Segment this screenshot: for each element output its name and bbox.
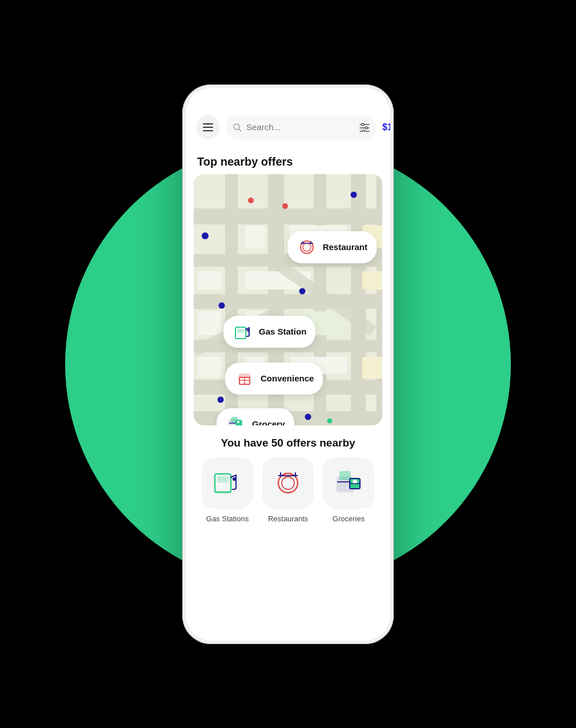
svg-point-22 (237, 421, 239, 423)
restaurant-map-icon (297, 237, 317, 258)
restaurant-map-label: Restaurant (323, 242, 367, 252)
menu-button[interactable] (196, 115, 220, 139)
category-restaurants[interactable]: Restaurants (262, 457, 314, 523)
map-label-grocery[interactable]: Grocery (217, 408, 294, 425)
map-section-title: Top nearby offers (186, 146, 390, 174)
category-groceries[interactable]: Groceries (323, 457, 374, 523)
grocery-map-icon (226, 414, 246, 425)
convenience-map-label: Convenience (261, 373, 314, 383)
gas-station-map-label: Gas Station (259, 327, 306, 336)
map-label-restaurant[interactable]: Restaurant (287, 231, 377, 263)
status-bar (186, 88, 390, 111)
offers-title: You have 50 offers nearby (186, 425, 390, 457)
balance-display: $142.25 (382, 122, 390, 132)
svg-point-28 (282, 477, 294, 489)
svg-rect-31 (340, 472, 350, 480)
map-label-gas-station[interactable]: Gas Station (223, 316, 315, 348)
svg-point-3 (362, 123, 364, 126)
categories-row: Gas Stations (186, 457, 390, 523)
search-input[interactable] (246, 122, 355, 132)
phone-frame: $142.25 Top nearby offers (182, 85, 394, 644)
svg-rect-24 (217, 476, 229, 482)
hamburger-icon (203, 123, 213, 131)
svg-point-26 (233, 477, 236, 481)
header: $142.25 (186, 111, 390, 146)
search-bar[interactable] (226, 115, 377, 139)
phone-screen: $142.25 Top nearby offers (186, 88, 390, 641)
map-container[interactable]: Gas Station Restaurant (194, 174, 382, 425)
main-content: Top nearby offers (186, 146, 390, 641)
restaurants-icon-box (262, 457, 314, 509)
gas-stations-icon-box (202, 457, 253, 509)
groceries-icon-box (323, 457, 374, 509)
restaurants-label: Restaurants (268, 514, 308, 523)
svg-line-1 (239, 129, 241, 131)
filter-icon[interactable] (359, 123, 370, 132)
grocery-map-label: Grocery (252, 419, 285, 425)
svg-point-11 (247, 329, 249, 332)
svg-point-13 (303, 243, 311, 251)
svg-point-5 (365, 127, 367, 129)
svg-point-7 (362, 130, 365, 132)
convenience-map-icon (234, 368, 255, 389)
groceries-label: Groceries (333, 514, 365, 523)
search-icon (233, 123, 242, 132)
svg-rect-9 (237, 329, 244, 333)
category-gas-stations[interactable]: Gas Stations (202, 457, 253, 523)
gas-stations-label: Gas Stations (206, 514, 249, 523)
map-label-convenience[interactable]: Convenience (225, 363, 323, 395)
gas-station-map-icon (233, 321, 253, 342)
